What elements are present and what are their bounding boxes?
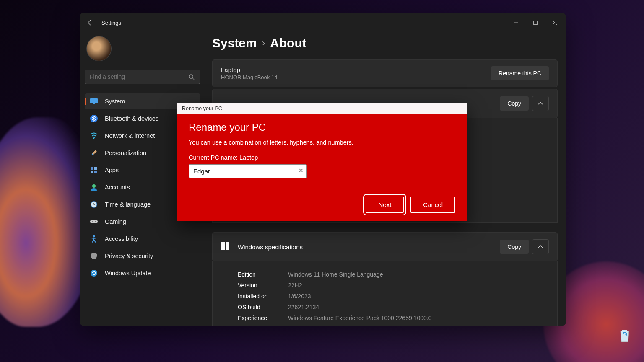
sidebar-item-label: Bluetooth & devices (105, 115, 158, 122)
recycle-bin-icon[interactable] (615, 326, 634, 344)
minimize-button[interactable] (506, 14, 526, 31)
dialog-current-name: Current PC name: Laptop (189, 154, 455, 161)
dialog-description: You can use a combination of letters, hy… (189, 139, 455, 146)
svg-rect-11 (94, 171, 97, 173)
copy-button[interactable]: Copy (500, 96, 529, 111)
apps-icon (90, 166, 98, 174)
chevron-up-icon[interactable] (532, 96, 549, 111)
window-title: Settings (101, 20, 121, 26)
svg-rect-5 (93, 103, 95, 104)
clock-icon (90, 200, 98, 209)
spec-row: ExperienceWindows Feature Experience Pac… (238, 313, 532, 323)
sidebar-item-accessibility[interactable]: Accessibility (85, 231, 200, 247)
close-button[interactable] (545, 14, 564, 31)
svg-rect-22 (226, 242, 229, 246)
windows-spec-title: Windows specifications (238, 243, 303, 251)
update-icon (90, 269, 98, 277)
sidebar-item-update[interactable]: Windows Update (85, 265, 200, 281)
maximize-button[interactable] (526, 14, 545, 31)
svg-point-16 (92, 221, 93, 222)
svg-point-12 (92, 184, 96, 188)
search-input[interactable] (85, 70, 200, 84)
spec-row: OS build22621.2134 (238, 302, 532, 313)
svg-rect-21 (221, 242, 225, 246)
accessibility-icon (90, 235, 98, 243)
sidebar-item-label: Network & internet (105, 132, 155, 139)
sidebar-item-label: Apps (105, 167, 119, 173)
sidebar-item-label: Accounts (105, 184, 130, 191)
breadcrumb: System › About (212, 36, 558, 50)
svg-rect-10 (91, 171, 93, 173)
svg-point-7 (93, 138, 95, 139)
search-icon (188, 74, 195, 82)
system-icon (90, 97, 98, 106)
pc-name: Laptop (221, 66, 277, 73)
svg-point-20 (91, 270, 97, 277)
rename-pc-button[interactable]: Rename this PC (491, 66, 549, 80)
spec-row: Version22H2 (238, 280, 532, 291)
sidebar-item-label: System (105, 98, 125, 105)
sidebar-item-label: Gaming (105, 218, 126, 225)
clear-input-icon[interactable]: ✕ (299, 167, 304, 174)
sidebar-item-label: Windows Update (105, 270, 151, 277)
accounts-icon (90, 183, 98, 191)
copy-button[interactable]: Copy (500, 240, 529, 254)
svg-point-18 (96, 222, 96, 222)
chevron-up-icon[interactable] (532, 239, 549, 254)
user-avatar[interactable] (86, 36, 112, 61)
next-button[interactable]: Next (366, 197, 404, 213)
back-button[interactable] (81, 14, 98, 31)
sidebar-item-label: Privacy & security (105, 253, 153, 259)
paintbrush-icon (90, 149, 98, 157)
breadcrumb-current: About (270, 36, 306, 50)
titlebar: Settings (80, 13, 566, 33)
pc-name-input[interactable] (189, 164, 307, 178)
svg-point-19 (93, 235, 95, 238)
rename-pc-dialog: Rename your PC Rename your PC You can us… (177, 103, 467, 221)
svg-rect-23 (221, 246, 225, 250)
svg-point-17 (95, 221, 96, 222)
shield-icon (90, 252, 98, 260)
svg-rect-8 (91, 167, 93, 170)
dialog-heading: Rename your PC (189, 122, 455, 133)
windows-icon (221, 242, 229, 252)
windows-spec-body: EditionWindows 11 Home Single Language V… (212, 261, 558, 326)
svg-rect-4 (90, 98, 98, 103)
sidebar-item-label: Personalization (105, 150, 146, 156)
svg-rect-9 (94, 167, 97, 170)
sidebar-item-label: Accessibility (105, 235, 138, 242)
spec-row: Installed on1/6/2023 (238, 291, 532, 302)
bluetooth-icon (90, 114, 98, 123)
pc-model: HONOR MagicBook 14 (221, 74, 277, 80)
dialog-titlebar: Rename your PC (177, 103, 467, 114)
sidebar-item-label: Time & language (105, 201, 151, 208)
sidebar-item-privacy[interactable]: Privacy & security (85, 248, 200, 264)
svg-rect-1 (534, 21, 538, 25)
spec-row: EditionWindows 11 Home Single Language (238, 269, 532, 280)
wifi-icon (90, 132, 98, 140)
svg-line-3 (192, 78, 194, 80)
cancel-button[interactable]: Cancel (410, 197, 455, 213)
pc-info-card: Laptop HONOR MagicBook 14 Rename this PC (212, 59, 558, 87)
windows-spec-header[interactable]: Windows specifications Copy (212, 232, 558, 261)
breadcrumb-parent[interactable]: System (212, 36, 257, 50)
gaming-icon (90, 217, 98, 226)
svg-rect-24 (226, 246, 229, 250)
svg-point-2 (189, 75, 193, 78)
breadcrumb-separator: › (262, 38, 265, 49)
svg-rect-15 (90, 220, 98, 223)
